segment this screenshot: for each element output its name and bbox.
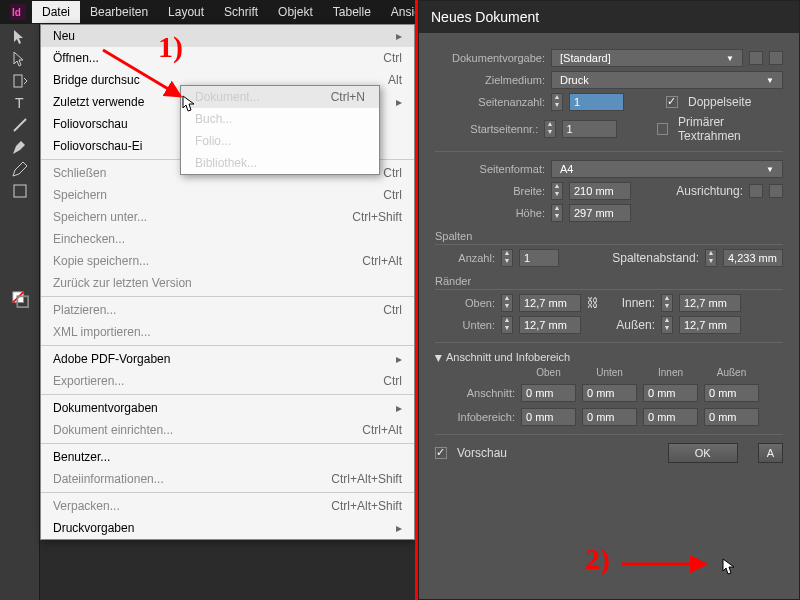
colcount-spinner[interactable]: ▲▼	[501, 249, 513, 267]
primary-textframe-label: Primärer Textrahmen	[678, 115, 783, 143]
primary-textframe-checkbox[interactable]	[657, 123, 668, 135]
pages-input[interactable]	[569, 93, 624, 111]
new-document-dialog: Neues Dokument Dokumentvorgabe: [Standar…	[418, 0, 800, 600]
menu-item[interactable]: Dokumentvorgaben ▸	[41, 397, 414, 419]
bleed-in-input[interactable]	[643, 384, 698, 402]
preview-label: Vorschau	[457, 446, 507, 460]
annotation-2: 2)	[585, 542, 610, 576]
margin-outside-label: Außen:	[605, 318, 655, 332]
col-top: Oben	[521, 367, 576, 378]
pageformat-select[interactable]: A4▼	[551, 160, 783, 178]
bleed-disclose-icon[interactable]: ▶	[434, 355, 444, 362]
menu-item: Kopie speichern...Ctrl+Alt	[41, 250, 414, 272]
page-tool[interactable]	[11, 72, 29, 90]
slug-in-input[interactable]	[643, 408, 698, 426]
annotation-arrow-1	[95, 46, 195, 106]
svg-text:T: T	[15, 95, 24, 111]
startpage-input[interactable]	[562, 120, 617, 138]
menu-layout[interactable]: Layout	[158, 1, 214, 23]
width-spinner[interactable]: ▲▼	[551, 182, 563, 200]
submenu-item[interactable]: Buch...	[181, 108, 379, 130]
col-out: Außen	[704, 367, 759, 378]
margin-top-input[interactable]	[519, 294, 581, 312]
cursor-icon	[182, 95, 196, 113]
slug-top-input[interactable]	[521, 408, 576, 426]
direct-selection-tool[interactable]	[11, 50, 29, 68]
menu-schrift[interactable]: Schrift	[214, 1, 268, 23]
menu-item[interactable]: Benutzer...	[41, 446, 414, 468]
margin-top-label: Oben:	[435, 297, 495, 309]
margin-outside-input[interactable]	[679, 316, 741, 334]
svg-line-4	[14, 119, 26, 131]
intent-label: Zielmedium:	[435, 74, 545, 86]
height-spinner[interactable]: ▲▼	[551, 204, 563, 222]
width-label: Breite:	[435, 185, 545, 197]
slug-bot-input[interactable]	[582, 408, 637, 426]
margin-bottom-label: Unten:	[435, 319, 495, 331]
gutter-input[interactable]	[723, 249, 783, 267]
rectangle-frame-tool[interactable]	[11, 182, 29, 200]
menu-item[interactable]: Neu ▸	[41, 25, 414, 47]
margins-group-title: Ränder	[435, 275, 783, 290]
intent-select[interactable]: Druck▼	[551, 71, 783, 89]
menu-item: Platzieren...Ctrl	[41, 299, 414, 321]
toolbar: T	[0, 24, 40, 600]
menu-datei[interactable]: Datei	[32, 1, 80, 23]
gutter-spinner[interactable]: ▲▼	[705, 249, 717, 267]
height-input[interactable]	[569, 204, 631, 222]
margin-inside-spinner[interactable]: ▲▼	[661, 294, 673, 312]
margin-top-spinner[interactable]: ▲▼	[501, 294, 513, 312]
file-new-submenu[interactable]: Dokument...Ctrl+NBuch...Folio...Biblioth…	[180, 85, 380, 175]
width-input[interactable]	[569, 182, 631, 200]
line-tool[interactable]	[11, 116, 29, 134]
submenu-item[interactable]: Folio...	[181, 130, 379, 152]
bleed-bot-input[interactable]	[582, 384, 637, 402]
bleed-top-input[interactable]	[521, 384, 576, 402]
bleed-out-input[interactable]	[704, 384, 759, 402]
orientation-label: Ausrichtung:	[637, 184, 743, 198]
selection-tool[interactable]	[11, 28, 29, 46]
margin-bottom-spinner[interactable]: ▲▼	[501, 316, 513, 334]
pen-tool[interactable]	[11, 138, 29, 156]
startpage-spinner[interactable]: ▲▼	[544, 120, 555, 138]
menu-item: Dokument einrichten...Ctrl+Alt	[41, 419, 414, 441]
menu-item: Dateiinformationen...Ctrl+Alt+Shift	[41, 468, 414, 490]
pages-spinner[interactable]: ▲▼	[551, 93, 563, 111]
type-tool[interactable]: T	[11, 94, 29, 112]
menu-item[interactable]: Adobe PDF-Vorgaben ▸	[41, 348, 414, 370]
preset-select[interactable]: [Standard]▼	[551, 49, 743, 67]
colcount-input[interactable]	[519, 249, 559, 267]
preview-checkbox[interactable]	[435, 447, 447, 459]
delete-preset-icon[interactable]	[769, 51, 783, 65]
pencil-tool[interactable]	[11, 160, 29, 178]
facing-pages-checkbox[interactable]	[666, 96, 678, 108]
menu-bearbeiten[interactable]: Bearbeiten	[80, 1, 158, 23]
submenu-item[interactable]: Bibliothek...	[181, 152, 379, 174]
ok-button[interactable]: OK	[668, 443, 738, 463]
columns-group-title: Spalten	[435, 230, 783, 245]
save-preset-icon[interactable]	[749, 51, 763, 65]
facing-pages-label: Doppelseite	[688, 95, 751, 109]
margin-inside-input[interactable]	[679, 294, 741, 312]
startpage-label: Startseitennr.:	[435, 123, 538, 135]
menu-item: Verpacken...Ctrl+Alt+Shift	[41, 495, 414, 517]
margin-outside-spinner[interactable]: ▲▼	[661, 316, 673, 334]
bleed-row-label: Anschnitt:	[435, 387, 515, 399]
orientation-portrait-icon[interactable]	[749, 184, 763, 198]
colcount-label: Anzahl:	[435, 252, 495, 264]
menu-objekt[interactable]: Objekt	[268, 1, 323, 23]
svg-rect-2	[14, 75, 22, 87]
menu-item[interactable]: Druckvorgaben ▸	[41, 517, 414, 539]
menu-item: Exportieren...Ctrl	[41, 370, 414, 392]
link-margins-icon[interactable]: ⛓	[587, 296, 599, 310]
menu-item: Einchecken...	[41, 228, 414, 250]
menu-tabelle[interactable]: Tabelle	[323, 1, 381, 23]
gutter-label: Spaltenabstand:	[565, 251, 699, 265]
slug-out-input[interactable]	[704, 408, 759, 426]
submenu-item[interactable]: Dokument...Ctrl+N	[181, 86, 379, 108]
margin-bottom-input[interactable]	[519, 316, 581, 334]
orientation-landscape-icon[interactable]	[769, 184, 783, 198]
bleed-group-title: Anschnitt und Infobereich	[446, 351, 570, 363]
cancel-button[interactable]: A	[758, 443, 783, 463]
fill-stroke-swatch[interactable]	[11, 290, 29, 308]
